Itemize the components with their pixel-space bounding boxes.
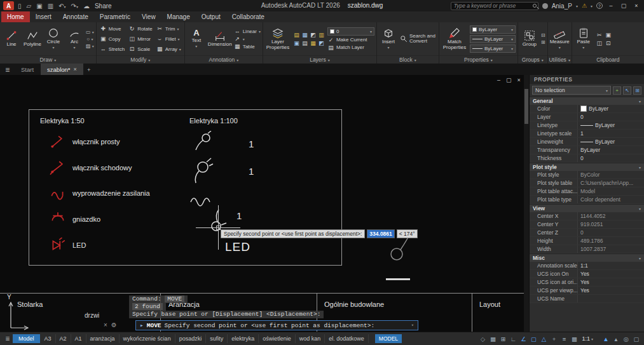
group-edit-icon[interactable]: ⊞ xyxy=(541,39,545,45)
layer-tool-icon[interactable]: ▤ xyxy=(302,40,308,46)
group-extra-tools[interactable]: ⊟ ⊞ xyxy=(541,32,545,45)
layout-tab[interactable]: posadzki xyxy=(175,334,207,343)
layer-properties-button[interactable]: Layer Properties xyxy=(265,27,291,50)
property-row[interactable]: Color ByLayer xyxy=(530,105,644,113)
make-current-button[interactable]: ✓Make Current xyxy=(327,37,374,43)
property-value[interactable]: Color dependent xyxy=(578,196,644,203)
help-icon[interactable]: ? xyxy=(596,3,603,9)
groups-panel-label[interactable]: Groups▾ xyxy=(518,55,547,64)
ribbon-tab[interactable]: Manage xyxy=(161,11,196,22)
paste-special-icon[interactable]: ◫ xyxy=(596,40,602,46)
layout-tab[interactable]: wod kan xyxy=(296,334,325,343)
property-row[interactable]: Plot style table C:\Users\pachn\App... xyxy=(530,179,644,187)
rotate-button[interactable]: ↻Rotate xyxy=(128,25,153,32)
section-header-plot-style[interactable]: Plot style▾ xyxy=(530,163,644,171)
property-row[interactable]: UCS Name xyxy=(530,295,644,303)
object-color-select[interactable]: ByLayer▾ xyxy=(470,25,516,34)
layer-tool-icon[interactable]: ▦ xyxy=(310,40,316,46)
properties-panel-label[interactable]: Properties▾ xyxy=(439,55,517,64)
line-button[interactable]: Line xyxy=(2,30,21,48)
property-row[interactable]: Annotation scale 1:1 xyxy=(530,262,644,270)
lineweight-select[interactable]: ByLayer▾ xyxy=(470,35,516,43)
cut-icon[interactable]: ✂ xyxy=(597,32,602,38)
quick-select-icon[interactable]: ⊞ xyxy=(633,86,641,95)
annotation-visibility-icon[interactable]: ▲ xyxy=(601,335,611,342)
property-value[interactable]: Yes xyxy=(578,287,644,294)
command-line[interactable]: ▸ MOVE Specify second point or <use firs… xyxy=(135,320,418,330)
property-row[interactable]: Thickness 0 xyxy=(530,154,644,163)
command-close-icon[interactable]: × xyxy=(104,321,107,328)
dynamic-input-angle[interactable]: < 174° xyxy=(397,229,418,238)
utilities-panel-label[interactable]: Utilities▾ xyxy=(548,55,572,64)
maximize-button[interactable]: ▢ xyxy=(619,3,628,9)
property-value[interactable]: ByLayer xyxy=(578,105,644,112)
property-row[interactable]: UCS icon On Yes xyxy=(530,270,644,278)
new-tab-button[interactable]: + xyxy=(84,64,94,75)
redo-icon[interactable]: ↷▾ xyxy=(71,3,78,10)
insert-button[interactable]: Insert ▾ xyxy=(379,27,398,51)
model-space-toggle[interactable]: MODEL xyxy=(375,334,402,343)
property-row[interactable]: Linetype scale 1 xyxy=(530,130,644,138)
open-file-icon[interactable]: ▱ xyxy=(27,3,32,10)
save-icon[interactable]: ▣ xyxy=(36,3,42,10)
property-row[interactable]: Plot table type Color dependent xyxy=(530,196,644,204)
trim-button[interactable]: ✂Trim▾ xyxy=(156,25,181,32)
property-row[interactable]: UCS per viewp... Yes xyxy=(530,287,644,295)
layer-tool-icon[interactable]: ▣ xyxy=(294,40,299,46)
leader-button[interactable]: ↗▾ xyxy=(234,36,261,42)
copy-button[interactable]: ▣Copy xyxy=(100,36,125,42)
share-button[interactable]: Share xyxy=(95,3,112,10)
grid-icon[interactable]: ⊞ xyxy=(498,335,508,342)
measure-button[interactable]: Measure ▾ xyxy=(550,27,570,51)
recent-commands-icon[interactable]: ▸ xyxy=(140,321,144,329)
ribbon-tab[interactable]: Collaborate xyxy=(226,11,270,22)
draw-panel-label[interactable]: Draw▾ xyxy=(0,55,96,64)
doc-close-icon[interactable]: × xyxy=(517,77,521,83)
canvas-scrollbar-thumb[interactable] xyxy=(524,89,528,124)
autocad-logo-icon[interactable]: A xyxy=(3,1,14,10)
property-value[interactable]: ByLayer xyxy=(578,138,644,145)
ribbon-tab[interactable]: Home xyxy=(1,11,30,22)
stretch-button[interactable]: ↔Stretch xyxy=(100,46,125,52)
arc-button[interactable]: Arc ▾ xyxy=(65,27,84,51)
layer-tool-icon[interactable]: ◩ xyxy=(319,40,324,46)
layer-tool-icon[interactable]: ◩ xyxy=(310,32,316,38)
property-value[interactable]: C:\Users\pachn\App... xyxy=(578,179,644,187)
mirror-button[interactable]: ◫Mirror xyxy=(128,36,153,42)
polyline-button[interactable]: Polyline xyxy=(23,30,42,48)
fillet-button[interactable]: ⌣Fillet▾ xyxy=(156,36,181,43)
file-tab-menu-icon[interactable]: ≣ xyxy=(1,64,14,75)
dynamic-input-value[interactable]: 334.0861 xyxy=(367,229,394,238)
layout-tab[interactable]: A1 xyxy=(71,334,86,343)
property-value[interactable]: ByLayer xyxy=(578,121,644,129)
property-row[interactable]: Lineweight ByLayer xyxy=(530,138,644,146)
property-value[interactable]: 1:1 xyxy=(578,262,644,269)
ribbon-tab[interactable]: Output xyxy=(196,11,226,22)
modify-panel-label[interactable]: Modify▾ xyxy=(97,55,184,64)
property-row[interactable]: Width 1007.2837 xyxy=(530,245,644,254)
dynamic-input-icon[interactable]: + xyxy=(549,335,559,342)
start-tab[interactable]: Start xyxy=(15,64,40,75)
ortho-icon[interactable]: ∟ xyxy=(508,335,518,342)
layout-tab[interactable]: wykończenie ścian xyxy=(120,334,175,343)
layer-tool-icon[interactable]: ▤ xyxy=(294,32,299,38)
layer-tool-icon[interactable]: ▦ xyxy=(302,32,308,38)
close-tab-icon[interactable]: × xyxy=(74,66,77,72)
group-button[interactable]: Group xyxy=(520,30,539,48)
layout-tab[interactable]: aranżacja xyxy=(86,334,120,343)
section-header-misc[interactable]: Misc▾ xyxy=(530,254,644,262)
user-avatar-icon[interactable] xyxy=(542,3,548,9)
annotation-scale-control[interactable]: 1:1▾ xyxy=(579,335,596,342)
undo-icon[interactable]: ↶▾ xyxy=(58,3,65,10)
linetype-select[interactable]: ByLayer▾ xyxy=(470,44,516,53)
section-header-general[interactable]: General▾ xyxy=(530,97,644,105)
match-layer-button[interactable]: ▤Match Layer xyxy=(327,44,374,51)
text-button[interactable]: A Text ▾ xyxy=(187,29,206,50)
property-row[interactable]: Center Y 919.0251 xyxy=(530,220,644,229)
ribbon-tab[interactable]: Annotate xyxy=(57,11,94,22)
layout-tab[interactable]: elektryka xyxy=(228,334,259,343)
annotation-panel-label[interactable]: Annotation▾ xyxy=(185,55,263,64)
layout-tab[interactable]: A3 xyxy=(41,334,56,343)
document-tab[interactable]: szablon*× xyxy=(41,64,83,75)
linear-dimension-button[interactable]: ↔Linear▾ xyxy=(234,28,261,34)
